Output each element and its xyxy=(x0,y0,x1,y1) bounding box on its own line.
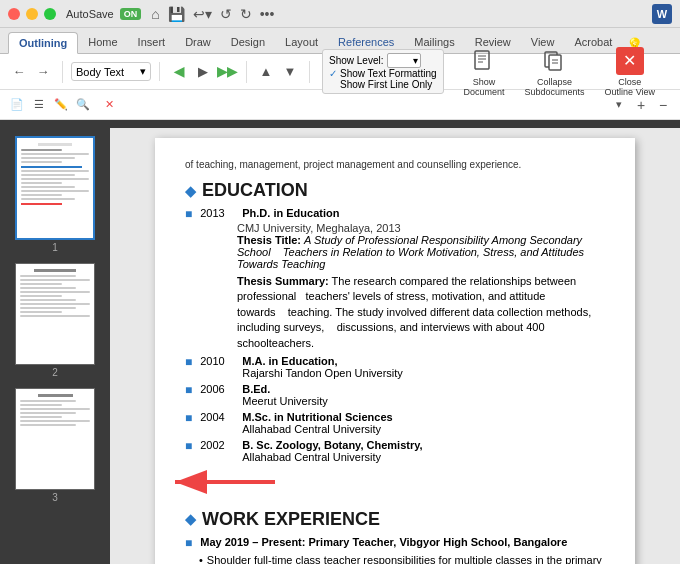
edu-bullet-2004: ■ xyxy=(185,411,192,425)
move-group: ▲ ▼ xyxy=(255,61,310,83)
show-level-label: Show Level: xyxy=(329,55,383,66)
tab-draw[interactable]: Draw xyxy=(175,31,221,53)
page-thumb-1[interactable] xyxy=(15,136,95,240)
new-doc-icon: 📄 xyxy=(8,96,26,114)
style-group: Body Text ▾ xyxy=(71,62,160,81)
redo-icon[interactable]: ↻ xyxy=(240,6,252,22)
search-icon[interactable]: 🔍 xyxy=(74,96,92,114)
thesis-summary-label: Thesis Summary: xyxy=(237,275,329,287)
title-bar-icons: ⌂ 💾 ↩︎▾ ↺ ↻ ••• xyxy=(151,6,274,22)
page-thumb-2-content xyxy=(16,264,94,364)
show-first-line-row: ✓ Show First Line Only xyxy=(329,79,437,90)
tab-home[interactable]: Home xyxy=(78,31,127,53)
demote-button[interactable]: ▶ xyxy=(192,61,214,83)
intro-text: of teaching, management, project managem… xyxy=(185,158,605,172)
more-icon[interactable]: ••• xyxy=(260,6,275,22)
red-arrow-area xyxy=(185,467,605,497)
main-content: of teaching, management, project managem… xyxy=(110,128,680,564)
page-thumbnail-3[interactable]: 3 xyxy=(15,388,95,505)
work-bullet-text-1: • Shoulder full-time class teacher respo… xyxy=(199,553,605,564)
save-icon[interactable]: 💾 xyxy=(168,6,185,22)
work-experience-heading-text: WORK EXPERIENCE xyxy=(202,509,380,530)
move-down-button[interactable]: ▼ xyxy=(279,61,301,83)
tab-design[interactable]: Design xyxy=(221,31,275,53)
undo-icon[interactable]: ↺ xyxy=(220,6,232,22)
collapse-subdocuments-label: CollapseSubdocuments xyxy=(525,77,585,97)
back-button[interactable]: ← xyxy=(8,61,30,83)
tab-layout[interactable]: Layout xyxy=(275,31,328,53)
tab-outlining[interactable]: Outlining xyxy=(8,32,78,54)
edu-bullet-2002: ■ xyxy=(185,439,192,453)
show-text-formatting-row: ✓ Show Text Formatting xyxy=(329,68,437,79)
doc-actions-group: ShowDocument CollapseSubdocuments ✕ Clos… xyxy=(456,43,663,101)
page-thumb-2[interactable] xyxy=(15,263,95,365)
edu-year-2010: 2010 xyxy=(200,355,238,367)
close-panel-icon[interactable]: ✕ xyxy=(100,96,118,114)
show-text-formatting-label[interactable]: Show Text Formatting xyxy=(340,68,437,79)
move-up-button[interactable]: ▲ xyxy=(255,61,277,83)
window-controls xyxy=(8,8,56,20)
show-first-line-label[interactable]: Show First Line Only xyxy=(340,79,432,90)
svg-rect-0 xyxy=(475,51,489,69)
work-bullet-2019: ■ xyxy=(185,536,192,550)
maximize-window-button[interactable] xyxy=(44,8,56,20)
page-thumbnail-1[interactable]: 1 xyxy=(15,136,95,255)
document-page: of teaching, management, project managem… xyxy=(155,138,635,564)
red-arrow-svg xyxy=(165,467,285,497)
edu-degree-2004: M.Sc. in Nutritional Sciences xyxy=(242,411,392,423)
edu-bullet-2010: ■ xyxy=(185,355,192,369)
close-outline-view-button[interactable]: ✕ CloseOutline View xyxy=(597,43,663,101)
show-level-value xyxy=(392,55,403,66)
work-entry-2019: ■ May 2019 – Present: Primary Teacher, V… xyxy=(185,536,605,564)
list-icon: ☰ xyxy=(30,96,48,114)
education-heading-text: EDUCATION xyxy=(202,180,308,201)
work-bullet-text-content-1: Shoulder full-time class teacher respons… xyxy=(207,553,605,564)
show-level-dropdown-icon: ▾ xyxy=(413,55,418,66)
show-level-select[interactable]: ▾ xyxy=(387,53,420,68)
close-window-button[interactable] xyxy=(8,8,20,20)
style-selector[interactable]: Body Text ▾ xyxy=(71,62,151,81)
edu-year-2013: 2013 xyxy=(200,207,238,219)
edu-uni-2004: Allahabad Central University xyxy=(242,423,392,435)
collapse-up-icon[interactable]: ▾ xyxy=(610,96,628,114)
page-number-1: 1 xyxy=(15,240,95,255)
edu-entry-2002: ■ 2002 B. Sc. Zoology, Botany, Chemistry… xyxy=(185,439,605,463)
collapse-subdocuments-button[interactable]: CollapseSubdocuments xyxy=(517,43,593,101)
autosave-toggle[interactable]: ON xyxy=(120,8,142,20)
show-level-panel: Show Level: ▾ ✓ Show Text Formatting ✓ S… xyxy=(322,49,444,94)
title-bar: AutoSave ON ⌂ 💾 ↩︎▾ ↺ ↻ ••• W xyxy=(0,0,680,28)
checkmark-icon: ✓ xyxy=(329,68,337,79)
show-document-button[interactable]: ShowDocument xyxy=(456,43,513,101)
edu-bullet-2006: ■ xyxy=(185,383,192,397)
title-bar-content: AutoSave ON ⌂ 💾 ↩︎▾ ↺ ↻ ••• W xyxy=(66,4,672,24)
style-dropdown-icon: ▾ xyxy=(140,65,146,78)
page-thumb-3[interactable] xyxy=(15,388,95,490)
work-diamond-icon: ◆ xyxy=(185,511,196,527)
edu-summary-2013: Thesis Summary: The research compared th… xyxy=(237,274,605,351)
tab-insert[interactable]: Insert xyxy=(128,31,176,53)
left-panel: 1 2 xyxy=(0,128,110,564)
remove-button[interactable]: − xyxy=(654,96,672,114)
minimize-window-button[interactable] xyxy=(26,8,38,20)
promote-button[interactable]: ◀ xyxy=(168,61,190,83)
education-heading: ◆ EDUCATION xyxy=(185,180,605,201)
page-thumbnails: 1 2 xyxy=(0,128,110,564)
undo-dropdown-icon[interactable]: ↩︎▾ xyxy=(193,6,212,22)
education-diamond-icon: ◆ xyxy=(185,183,196,199)
edu-degree-2002: B. Sc. Zoology, Botany, Chemistry, xyxy=(242,439,422,451)
promote-body-text-button[interactable]: ▶▶ xyxy=(216,61,238,83)
education-section: ◆ EDUCATION ■ 2013 Ph.D. in Education CM… xyxy=(185,180,605,463)
edu-entry-2010: ■ 2010 M.A. in Education, Rajarshi Tando… xyxy=(185,355,605,379)
outlining-toolbar: ← → Body Text ▾ ◀ ▶ ▶▶ ▲ ▼ Show Level: ▾… xyxy=(0,54,680,90)
add-button[interactable]: + xyxy=(632,96,650,114)
home-icon[interactable]: ⌂ xyxy=(151,6,159,22)
edu-uni-2002: Allahabad Central University xyxy=(242,451,422,463)
forward-button[interactable]: → xyxy=(32,61,54,83)
show-document-label: ShowDocument xyxy=(464,77,505,97)
collapse-subdocuments-icon xyxy=(541,47,569,75)
close-outline-icon: ✕ xyxy=(616,47,644,75)
edu-year-2004: 2004 xyxy=(200,411,238,423)
work-title-2019: Primary Teacher, Vibgyor High School, Ba… xyxy=(308,536,567,548)
edu-entry-2004: ■ 2004 M.Sc. in Nutritional Sciences All… xyxy=(185,411,605,435)
page-thumbnail-2[interactable]: 2 xyxy=(15,263,95,380)
